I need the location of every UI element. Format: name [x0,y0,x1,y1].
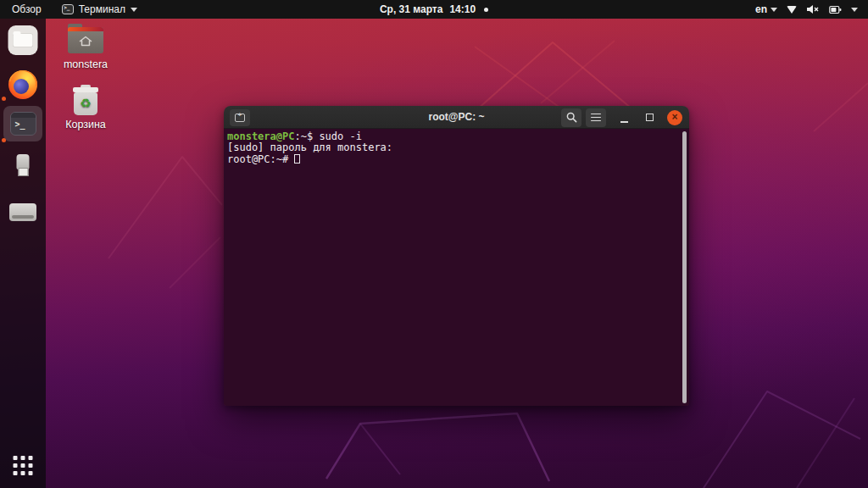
show-apps-button[interactable] [14,456,33,475]
desktop-icon-label: Корзина [53,119,118,130]
top-bar: Обзор Терминал Ср, 31 марта 14:10 en [0,0,868,19]
minimize-icon [620,121,628,123]
top-bar-left: Обзор Терминал [0,0,146,19]
battery-icon [829,5,842,14]
wifi-icon [787,6,797,14]
window-controls: × [557,106,682,129]
clock-date: Ср, 31 марта [380,3,442,15]
prompt-path: :~$ [294,130,319,142]
terminal-content[interactable]: monstera@PC:~$ sudo -i [sudo] пароль для… [224,129,689,406]
recycle-glyph: ♻ [80,97,91,110]
volume-muted-icon [806,4,820,14]
clock[interactable]: Ср, 31 марта 14:10 [380,3,476,15]
running-indicator-dot [2,97,6,101]
firefox-icon [8,70,37,99]
chevron-down-icon [851,8,858,12]
scrollbar[interactable] [682,131,687,403]
desktop-icon-monstera[interactable]: monstera [53,24,118,70]
app-menu[interactable]: Терминал [53,0,146,19]
terminal-icon: >_ [10,112,36,136]
dock-item-files[interactable] [8,25,38,55]
clock-time: 14:10 [449,3,476,15]
trash-icon: ♻ [73,85,98,115]
activities-button[interactable]: Обзор [0,0,53,19]
chevron-down-icon [771,8,777,12]
keyboard-layout-label: en [755,3,767,15]
hard-drive-icon [9,203,36,221]
terminal-mini-icon [62,4,74,14]
prompt-root: root@PC:~# [227,153,294,165]
maximize-button[interactable] [640,114,659,121]
terminal-window: root@PC: ~ × [224,106,689,406]
usb-drive-icon [17,154,30,169]
maximize-icon [646,114,654,121]
keyboard-layout-indicator[interactable]: en [755,3,777,15]
new-tab-icon [235,114,245,122]
search-button[interactable] [561,108,581,127]
close-button[interactable]: × [667,110,682,125]
terminal-line: [sudo] пароль для monstera: [227,142,677,153]
search-icon [566,112,577,123]
desktop-icon-trash[interactable]: ♻ Корзина [53,85,118,130]
new-tab-button[interactable] [230,109,250,126]
close-icon: × [671,112,677,122]
running-indicator-dot [2,138,6,142]
titlebar[interactable]: root@PC: ~ × [224,106,689,129]
files-icon [8,25,38,55]
home-folder-icon [68,24,103,54]
desktop: Обзор Терминал Ср, 31 марта 14:10 en [0,0,868,488]
command-text: sudo -i [319,130,362,142]
terminal-line: root@PC:~# [227,154,677,165]
dock-item-usb-drive[interactable] [17,154,30,169]
hamburger-icon [591,114,601,122]
menu-button[interactable] [586,108,606,127]
chevron-down-icon [131,8,137,12]
notification-dot [484,8,488,12]
dock-item-firefox[interactable] [8,70,37,99]
system-menu[interactable]: en [755,0,868,19]
focused-app-highlight: >_ [3,106,42,141]
terminal-cursor [294,154,300,164]
output-text: [sudo] пароль для monstera: [227,141,392,153]
minimize-button[interactable] [615,113,633,123]
dock-item-terminal[interactable]: >_ [3,106,42,141]
terminal-line: monstera@PC:~$ sudo -i [227,131,677,142]
dock: >_ [0,19,46,488]
app-menu-label: Терминал [79,3,125,15]
prompt-user-host: monstera@PC [227,130,294,142]
show-apps-icon [14,456,33,475]
desktop-icon-label: monstera [53,58,118,70]
dock-item-hard-drive[interactable] [9,203,36,221]
